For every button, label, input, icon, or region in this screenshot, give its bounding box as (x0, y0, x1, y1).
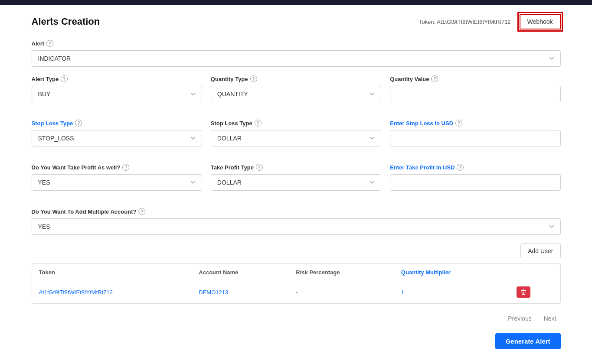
enter-stop-loss-section: Enter Stop Loss in USD ? 1 (390, 120, 560, 146)
stop-loss-type-1-help-icon[interactable]: ? (75, 120, 82, 127)
page-title: Alerts Creation (32, 16, 100, 27)
table-row: At1tGt9tTt8tWtEt8tYtMtRt712 DEMO1213 - 1 (32, 281, 560, 303)
enter-take-profit-help-icon[interactable]: ? (457, 164, 464, 171)
col-account-name: Account Name (192, 264, 289, 281)
col-token: Token (32, 264, 192, 281)
stop-loss-type-1-section: Stop Loss Type ? STOP_LOSS (32, 120, 202, 146)
cell-delete (510, 281, 560, 303)
users-table: Token Account Name Risk Percentage Quant… (32, 264, 560, 303)
header-row: Alerts Creation Token: At1tGt9tTt8tWtEt8… (32, 14, 561, 29)
add-user-row: Add User (32, 244, 561, 258)
delete-row-button[interactable] (517, 286, 530, 298)
stop-loss-type-2-select[interactable]: DOLLAR (211, 130, 381, 146)
stop-loss-type-2-section: Stop Loss Type ? DOLLAR (211, 120, 381, 146)
cell-account-name: DEMO1213 (192, 281, 289, 303)
cell-token: At1tGt9tTt8tWtEt8tYtMtRt712 (32, 281, 192, 303)
add-user-button[interactable]: Add User (520, 244, 560, 258)
take-profit-type-help-icon[interactable]: ? (256, 164, 263, 171)
alert-type-section: Alert Type ? BUY (32, 75, 202, 102)
table-header-row: Token Account Name Risk Percentage Quant… (32, 264, 560, 281)
previous-button[interactable]: Previous (504, 312, 536, 325)
pagination-row: Previous Next (32, 312, 561, 325)
col-risk-percentage: Risk Percentage (289, 264, 394, 281)
quantity-value-input[interactable]: 1 (390, 86, 560, 102)
generate-alert-button[interactable]: Generate Alert (495, 333, 561, 349)
stop-loss-type-2-help-icon[interactable]: ? (255, 120, 262, 127)
users-table-container: Token Account Name Risk Percentage Quant… (32, 263, 561, 304)
multiple-account-section: Do You Want To Add Multiple Account? ? Y… (32, 208, 561, 235)
take-profit-type-section: Take Profit Type ? DOLLAR (211, 164, 381, 191)
col-actions (510, 264, 560, 281)
next-button[interactable]: Next (540, 312, 561, 325)
alert-type-select[interactable]: BUY (32, 86, 202, 102)
enter-stop-loss-input[interactable]: 1 (390, 130, 560, 146)
generate-row: Generate Alert (32, 333, 561, 349)
quantity-type-section: Quantity Type ? QUANTITY (211, 75, 381, 102)
take-profit-select[interactable]: YES (32, 174, 202, 191)
multiple-account-help-icon[interactable]: ? (138, 208, 145, 215)
quantity-value-help-icon[interactable]: ? (431, 75, 438, 82)
row-alert-type-qty: Alert Type ? BUY Quantity Type ? QUANTIT… (32, 75, 561, 111)
alert-section: Alert ? INDICATOR (32, 40, 561, 67)
enter-take-profit-section: Enter Take Profit In USD ? 1 (390, 164, 560, 191)
row-take-profit: Do You Want Take Profit As well? ? YES T… (32, 164, 561, 199)
multiple-account-select[interactable]: YES (32, 218, 561, 235)
stop-loss-type-1-select[interactable]: STOP_LOSS (32, 130, 202, 146)
alert-type-help-icon[interactable]: ? (61, 75, 68, 82)
enter-stop-loss-help-icon[interactable]: ? (455, 120, 462, 127)
alert-help-icon[interactable]: ? (46, 40, 53, 47)
take-profit-help-icon[interactable]: ? (122, 164, 129, 171)
col-quantity-multiplier: Quantity Multiplier (394, 264, 510, 281)
top-bar (0, 0, 592, 5)
cell-quantity-multiplier: 1 (394, 281, 510, 303)
cell-risk-percentage: - (289, 281, 394, 303)
enter-take-profit-input[interactable]: 1 (390, 174, 560, 191)
alert-label: Alert ? (32, 40, 561, 47)
quantity-type-select[interactable]: QUANTITY (211, 86, 381, 102)
webhook-button[interactable]: Webhook (520, 14, 561, 29)
take-profit-type-select[interactable]: DOLLAR (211, 174, 381, 191)
row-stop-loss: Stop Loss Type ? STOP_LOSS Stop Loss Typ… (32, 120, 561, 155)
header-right: Token: At1tGt9tTt8tWtEt8tYtMtRt712 Webho… (415, 14, 561, 29)
token-display: Token: At1tGt9tTt8tWtEt8tYtMtRt712 (415, 16, 515, 28)
alert-select[interactable]: INDICATOR (32, 50, 561, 67)
quantity-type-help-icon[interactable]: ? (250, 75, 257, 82)
take-profit-section: Do You Want Take Profit As well? ? YES (32, 164, 202, 191)
quantity-value-section: Quantity Value ? 1 (390, 75, 560, 102)
